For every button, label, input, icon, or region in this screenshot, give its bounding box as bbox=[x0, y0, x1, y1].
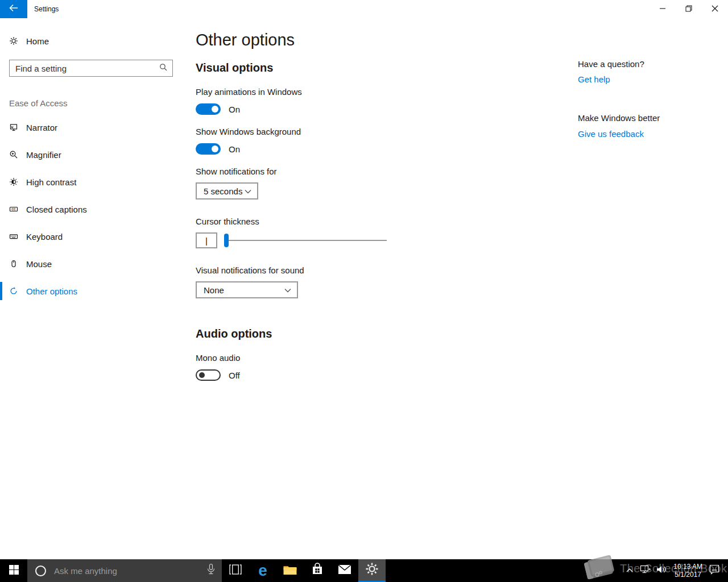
high-contrast-icon bbox=[9, 177, 18, 186]
sidebar-item-narrator[interactable]: Narrator bbox=[0, 117, 182, 138]
store-button[interactable] bbox=[304, 559, 331, 582]
mono-audio-label: Mono audio bbox=[196, 353, 240, 363]
system-tray: 10:13 AM 5/1/2017 bbox=[623, 559, 728, 582]
speaker-icon bbox=[656, 564, 667, 577]
cortana-search-placeholder: Ask me anything bbox=[54, 566, 206, 576]
close-icon bbox=[712, 4, 718, 14]
show-background-row: On bbox=[196, 143, 240, 155]
chevron-down-icon bbox=[245, 186, 251, 196]
minimize-icon bbox=[659, 4, 666, 14]
mono-audio-toggle[interactable] bbox=[196, 369, 221, 381]
give-us-feedback-link[interactable]: Give us feedback bbox=[578, 129, 644, 139]
start-button[interactable] bbox=[0, 559, 27, 582]
network-icon bbox=[640, 564, 651, 577]
slider-track bbox=[226, 240, 387, 241]
search-icon bbox=[159, 63, 167, 73]
notifications-dropdown-value: 5 seconds bbox=[204, 186, 242, 196]
taskbar-clock[interactable]: 10:13 AM 5/1/2017 bbox=[671, 563, 705, 579]
windows-logo-icon bbox=[9, 565, 19, 577]
find-setting-searchbox[interactable] bbox=[9, 60, 173, 77]
gear-icon bbox=[9, 36, 18, 45]
file-explorer-button[interactable] bbox=[276, 559, 304, 582]
sidebar-item-label: Closed captions bbox=[26, 205, 87, 214]
window-controls bbox=[650, 0, 728, 18]
show-background-label: Show Windows background bbox=[196, 127, 301, 136]
cursor-thickness-slider[interactable] bbox=[224, 232, 387, 248]
play-animations-row: On bbox=[196, 103, 240, 115]
notifications-label: Show notifications for bbox=[196, 167, 277, 176]
keyboard-icon bbox=[9, 232, 18, 241]
sound-notifications-dropdown-value: None bbox=[204, 285, 224, 295]
help-panel: Have a question? Get help Make Windows b… bbox=[578, 18, 720, 246]
clock-date: 5/1/2017 bbox=[675, 571, 701, 579]
toggle-knob bbox=[199, 372, 205, 378]
window-title: Settings bbox=[34, 0, 59, 18]
sidebar-home-label: Home bbox=[26, 36, 49, 46]
sidebar-item-high-contrast[interactable]: High contrast bbox=[0, 172, 182, 192]
closed-captions-icon: CC bbox=[9, 205, 18, 214]
cursor-thickness-preview: | bbox=[196, 232, 217, 248]
make-windows-better-heading: Make Windows better bbox=[578, 113, 660, 123]
settings-app-button[interactable] bbox=[358, 559, 386, 582]
task-view-icon bbox=[229, 564, 242, 577]
sidebar-item-magnifier[interactable]: Magnifier bbox=[0, 144, 182, 165]
slider-thumb[interactable] bbox=[224, 234, 229, 247]
toggle-knob bbox=[212, 146, 218, 152]
restore-button[interactable] bbox=[676, 0, 702, 18]
edge-browser-icon: e bbox=[258, 563, 267, 579]
cortana-ring-icon bbox=[35, 566, 46, 576]
sidebar-item-label: Other options bbox=[26, 286, 77, 296]
task-view-button[interactable] bbox=[222, 559, 249, 582]
action-center-button[interactable] bbox=[708, 559, 721, 582]
play-animations-state: On bbox=[229, 105, 240, 114]
notifications-dropdown[interactable]: 5 seconds bbox=[196, 182, 258, 199]
narrator-icon bbox=[9, 123, 18, 132]
titlebar: Settings bbox=[0, 0, 728, 18]
clock-time: 10:13 AM bbox=[673, 563, 702, 571]
sidebar-item-keyboard[interactable]: Keyboard bbox=[0, 226, 182, 247]
show-background-state: On bbox=[229, 144, 240, 154]
mouse-icon bbox=[9, 259, 18, 268]
cortana-search-box[interactable]: Ask me anything bbox=[27, 559, 222, 582]
play-animations-toggle[interactable] bbox=[196, 103, 221, 115]
sidebar-item-mouse[interactable]: Mouse bbox=[0, 253, 182, 274]
volume-tray-button[interactable] bbox=[655, 559, 668, 582]
gear-icon bbox=[365, 562, 379, 578]
magnifier-icon bbox=[9, 150, 18, 159]
cursor-thickness-label: Cursor thickness bbox=[196, 217, 259, 226]
mail-button[interactable] bbox=[331, 559, 358, 582]
sidebar-item-label: Mouse bbox=[26, 259, 52, 269]
get-help-link[interactable]: Get help bbox=[578, 74, 610, 84]
back-button[interactable] bbox=[0, 0, 27, 18]
play-animations-label: Play animations in Windows bbox=[196, 87, 302, 97]
sidebar-item-home[interactable]: Home bbox=[0, 31, 182, 51]
mono-audio-row: Off bbox=[196, 369, 240, 381]
history-arrow-icon bbox=[9, 286, 18, 296]
sidebar-item-label: Narrator bbox=[26, 123, 57, 132]
arrow-left-icon bbox=[9, 4, 18, 14]
search-input[interactable] bbox=[15, 64, 159, 73]
sound-notifications-dropdown[interactable]: None bbox=[196, 281, 298, 298]
sound-notifications-label: Visual notifications for sound bbox=[196, 265, 304, 275]
mono-audio-state: Off bbox=[229, 371, 240, 380]
page-title: Other options bbox=[196, 31, 295, 49]
show-background-toggle[interactable] bbox=[196, 143, 221, 155]
cursor-preview-glyph: | bbox=[205, 236, 208, 246]
edge-browser-button[interactable]: e bbox=[249, 559, 276, 582]
sidebar-item-closed-captions[interactable]: CC Closed captions bbox=[0, 199, 182, 219]
minimize-button[interactable] bbox=[650, 0, 676, 18]
network-tray-button[interactable] bbox=[639, 559, 652, 582]
toggle-knob bbox=[212, 106, 218, 113]
main-content: Other options Visual options Play animat… bbox=[196, 18, 571, 559]
microphone-icon[interactable] bbox=[206, 563, 216, 578]
hidden-icons-button[interactable] bbox=[623, 559, 636, 582]
audio-options-heading: Audio options bbox=[196, 327, 272, 340]
sidebar-item-label: Magnifier bbox=[26, 150, 61, 160]
action-center-icon bbox=[709, 564, 720, 577]
svg-text:CC: CC bbox=[11, 207, 16, 211]
sidebar-item-other-options[interactable]: Other options bbox=[0, 281, 182, 301]
sidebar-section-label: Ease of Access bbox=[9, 98, 68, 108]
chevron-down-icon bbox=[284, 285, 291, 295]
sidebar-item-label: Keyboard bbox=[26, 232, 63, 242]
close-button[interactable] bbox=[702, 0, 728, 18]
